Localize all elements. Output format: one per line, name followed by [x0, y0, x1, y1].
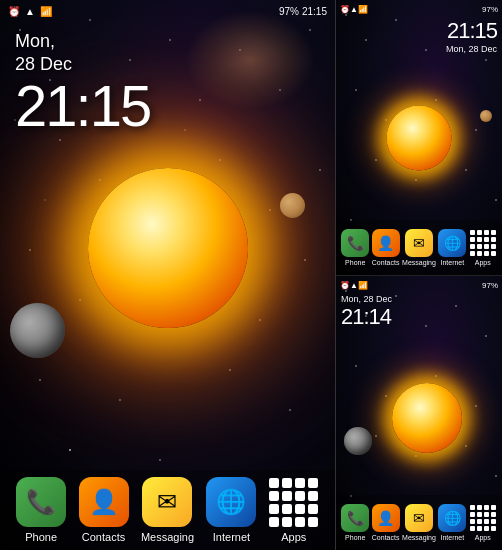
right-panels: ⏰▲📶 97% 21:15 Mon, 28 Dec 📞 Phone 👤 Cont…	[335, 0, 502, 550]
dock-item-contacts[interactable]: 👤 Contacts	[79, 477, 129, 543]
phone-icon[interactable]: 📞	[16, 477, 66, 527]
panel-b-contacts-label: Contacts	[372, 534, 400, 541]
status-bar: ⏰ ▲ 📶 97% 21:15	[0, 0, 335, 22]
panel-top-status-left: ⏰▲📶	[340, 5, 368, 14]
vertical-divider	[335, 0, 336, 550]
panel-b-internet-label: Internet	[440, 534, 464, 541]
panel-phone-icon[interactable]: 📞	[341, 229, 369, 257]
clock-time: 21:15	[15, 77, 150, 135]
date-line2: 28 Dec	[15, 54, 72, 74]
dock-item-internet[interactable]: 🌐 Internet	[206, 477, 256, 543]
panel-bottom-sun	[392, 383, 462, 453]
panel-top-time: 21:15	[446, 18, 497, 44]
status-left: ⏰ ▲ 📶	[8, 6, 52, 17]
planet-decoration	[280, 193, 305, 218]
dock-item-phone[interactable]: 📞 Phone	[16, 477, 66, 543]
panel-b-apps-label: Apps	[475, 534, 491, 541]
panel-top-planet	[480, 110, 492, 122]
panel-phone-label: Phone	[345, 259, 365, 266]
clock-date: Mon, 28 Dec	[15, 30, 150, 77]
internet-label: Internet	[213, 531, 250, 543]
panel-b-internet-icon[interactable]: 🌐	[438, 504, 466, 532]
panel-bottom-clock: Mon, 28 Dec 21:14	[341, 294, 392, 330]
clock-area: Mon, 28 Dec 21:15	[15, 30, 150, 135]
status-right: 97% 21:15	[279, 6, 327, 17]
battery-level: 97%	[279, 6, 299, 17]
panel-bottom-dock-contacts[interactable]: 👤 Contacts	[372, 504, 400, 541]
moon-decoration	[10, 303, 65, 358]
panel-b-phone-icon[interactable]: 📞	[341, 504, 369, 532]
panel-top-status: ⏰▲📶 97%	[336, 0, 502, 18]
panel-internet-icon[interactable]: 🌐	[438, 229, 466, 257]
panel-bottom-moon	[344, 427, 372, 455]
panel-bottom-battery: 97%	[482, 281, 498, 290]
panel-b-apps-grid	[470, 505, 496, 531]
panel-bottom-dock: 📞 Phone 👤 Contacts ✉ Messaging 🌐 Interne…	[336, 495, 502, 550]
panel-b-phone-label: Phone	[345, 534, 365, 541]
panel-bottom-dock-apps[interactable]: Apps	[469, 504, 497, 541]
panel-b-apps-icon[interactable]	[469, 504, 497, 532]
panel-top-clock: 21:15 Mon, 28 Dec	[446, 18, 497, 54]
panel-b-messaging-icon[interactable]: ✉	[405, 504, 433, 532]
panel-top-dock-phone[interactable]: 📞 Phone	[341, 229, 369, 266]
panel-contacts-label: Contacts	[372, 259, 400, 266]
contacts-label: Contacts	[82, 531, 125, 543]
wifi-icon: ▲	[25, 6, 35, 17]
panel-apps-icon[interactable]	[469, 229, 497, 257]
panel-top-dock-apps[interactable]: Apps	[469, 229, 497, 266]
panel-messaging-icon[interactable]: ✉	[405, 229, 433, 257]
messaging-label: Messaging	[141, 531, 194, 543]
apps-grid	[269, 478, 318, 527]
panel-bottom-date: Mon, 28 Dec	[341, 294, 392, 304]
main-screen: ⏰ ▲ 📶 97% 21:15 Mon, 28 Dec 21:15 📞 Phon…	[0, 0, 335, 550]
panel-bottom-dock-phone[interactable]: 📞 Phone	[341, 504, 369, 541]
panel-contacts-icon[interactable]: 👤	[372, 229, 400, 257]
panel-apps-label: Apps	[475, 259, 491, 266]
panel-bottom-time: 21:14	[341, 304, 392, 330]
nebula-decoration	[185, 10, 315, 110]
panel-top-dock: 📞 Phone 👤 Contacts ✉ Messaging 🌐 Interne…	[336, 220, 502, 275]
panel-top-status-right: 97%	[482, 5, 498, 14]
panel-b-contacts-icon[interactable]: 👤	[372, 504, 400, 532]
internet-icon[interactable]: 🌐	[206, 477, 256, 527]
status-clock: 21:15	[302, 6, 327, 17]
panel-messaging-label: Messaging	[402, 259, 436, 266]
dock-item-apps[interactable]: Apps	[269, 477, 319, 543]
panel-internet-label: Internet	[440, 259, 464, 266]
panel-bottom-dock-messaging[interactable]: ✉ Messaging	[402, 504, 436, 541]
contacts-icon[interactable]: 👤	[79, 477, 129, 527]
apps-icon[interactable]	[269, 477, 319, 527]
panel-bottom: ⏰▲📶 97% Mon, 28 Dec 21:14 📞 Phone 👤 Cont…	[335, 275, 502, 550]
panel-apps-grid	[470, 230, 496, 256]
panel-b-messaging-label: Messaging	[402, 534, 436, 541]
alarm-icon: ⏰	[8, 6, 20, 17]
panel-bottom-status-right: 97%	[482, 281, 498, 290]
panel-top: ⏰▲📶 97% 21:15 Mon, 28 Dec 📞 Phone 👤 Cont…	[335, 0, 502, 275]
dock-item-messaging[interactable]: ✉ Messaging	[141, 477, 194, 543]
date-line1: Mon,	[15, 31, 55, 51]
panel-top-dock-contacts[interactable]: 👤 Contacts	[372, 229, 400, 266]
sun-main	[88, 168, 248, 328]
panel-top-dock-internet[interactable]: 🌐 Internet	[438, 229, 466, 266]
messaging-icon[interactable]: ✉	[142, 477, 192, 527]
panel-top-dock-messaging[interactable]: ✉ Messaging	[402, 229, 436, 266]
panel-top-date: Mon, 28 Dec	[446, 44, 497, 54]
bottom-dock: 📞 Phone 👤 Contacts ✉ Messaging 🌐 Interne…	[0, 470, 335, 550]
phone-label: Phone	[25, 531, 57, 543]
signal-icon: 📶	[40, 6, 52, 17]
panel-top-battery: 97%	[482, 5, 498, 14]
panel-top-sun	[387, 105, 452, 170]
panel-bottom-status: ⏰▲📶 97%	[336, 276, 502, 294]
apps-label: Apps	[281, 531, 306, 543]
panel-bottom-dock-internet[interactable]: 🌐 Internet	[438, 504, 466, 541]
panel-bottom-status-left: ⏰▲📶	[340, 281, 368, 290]
